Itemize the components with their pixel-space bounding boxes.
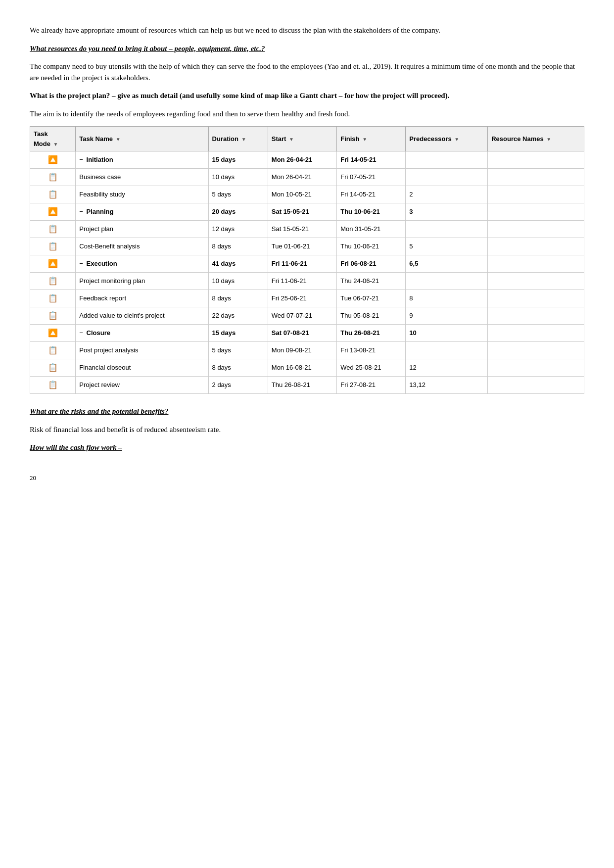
question1-heading: What resources do you need to bring it a… (30, 43, 584, 54)
task-mode-cell: 🔼 (30, 151, 76, 169)
th-start-label: Start (272, 135, 286, 143)
predecessors-cell: 8 (406, 290, 488, 307)
task-name-cell: Financial closeout (76, 359, 208, 377)
manual-mode-icon: 📋 (48, 225, 58, 233)
finish-cell: Thu 05-08-21 (337, 307, 406, 325)
duration-cell: 22 days (208, 307, 268, 325)
resource-names-cell (488, 186, 584, 203)
table-row: 📋Business case10 daysMon 26-04-21Fri 07-… (30, 169, 584, 186)
resource-names-cell (488, 342, 584, 359)
manual-mode-icon: 📋 (48, 190, 58, 198)
task-mode-cell: 📋 (30, 221, 76, 238)
start-cell: Wed 07-07-21 (268, 307, 336, 325)
task-mode-cell: 🔼 (30, 325, 76, 342)
finish-cell: Fri 27-08-21 (337, 377, 406, 394)
resource-names-cell (488, 273, 584, 290)
th-task-name-sort[interactable]: ▼ (116, 137, 121, 142)
table-row: 📋Project monitoring plan10 daysFri 11-06… (30, 273, 584, 290)
resource-names-cell (488, 307, 584, 325)
duration-cell: 12 days (208, 221, 268, 238)
task-mode-cell: 📋 (30, 273, 76, 290)
th-finish[interactable]: Finish ▼ (337, 127, 406, 151)
duration-cell: 8 days (208, 290, 268, 307)
intro-paragraph: We already have appropriate amount of re… (30, 25, 584, 36)
table-row: 📋Added value to cleint's project22 daysW… (30, 307, 584, 325)
resource-names-cell (488, 221, 584, 238)
question2-heading: What is the project plan? – give as much… (30, 90, 584, 101)
table-row: 📋Financial closeout8 daysMon 16-08-21Wed… (30, 359, 584, 377)
resource-names-cell (488, 203, 584, 221)
aim-paragraph: The aim is to identify the needs of empl… (30, 108, 584, 120)
resource-names-cell (488, 359, 584, 377)
predecessors-cell: 5 (406, 238, 488, 255)
table-row: 📋Feasibility study5 daysMon 10-05-21Fri … (30, 186, 584, 203)
th-finish-label: Finish (340, 135, 359, 143)
th-start-sort[interactable]: ▼ (289, 137, 294, 142)
start-cell: Mon 26-04-21 (268, 151, 336, 169)
th-duration[interactable]: Duration ▼ (208, 127, 268, 151)
manual-mode-icon: 📋 (48, 173, 58, 181)
table-row: 🔼− Planning20 daysSat 15-05-21Thu 10-06-… (30, 203, 584, 221)
manual-mode-icon: 📋 (48, 294, 58, 302)
finish-cell: Tue 06-07-21 (337, 290, 406, 307)
start-cell: Sat 07-08-21 (268, 325, 336, 342)
phase-minus: − (79, 260, 85, 267)
th-start[interactable]: Start ▼ (268, 127, 336, 151)
th-duration-sort[interactable]: ▼ (241, 137, 246, 142)
duration-cell: 20 days (208, 203, 268, 221)
phase-minus: − (79, 156, 85, 163)
resource-names-cell (488, 325, 584, 342)
predecessors-cell: 6,5 (406, 255, 488, 273)
predecessors-cell (406, 221, 488, 238)
risks-paragraph: Risk of financial loss and benefit is of… (30, 424, 584, 435)
task-mode-cell: 📋 (30, 238, 76, 255)
manual-mode-icon: 📋 (48, 277, 58, 285)
th-task-name[interactable]: Task Name ▼ (76, 127, 208, 151)
th-resource-names-sort[interactable]: ▼ (546, 137, 551, 142)
predecessors-cell (406, 273, 488, 290)
predecessors-cell: 3 (406, 203, 488, 221)
resource-names-cell (488, 151, 584, 169)
finish-cell: Thu 24-06-21 (337, 273, 406, 290)
th-resource-names[interactable]: Resource Names ▼ (488, 127, 584, 151)
question3-heading: What are the risks and the potential ben… (30, 406, 584, 417)
question4-heading: How will the cash flow work – (30, 442, 584, 453)
th-predecessors[interactable]: Predecessors ▼ (406, 127, 488, 151)
duration-cell: 5 days (208, 186, 268, 203)
auto-mode-icon: 🔼 (48, 329, 58, 337)
th-task-mode[interactable]: TaskMode ▼ (30, 127, 76, 151)
task-name-cell: Business case (76, 169, 208, 186)
th-finish-sort[interactable]: ▼ (362, 137, 367, 142)
start-cell: Fri 11-06-21 (268, 273, 336, 290)
task-name-cell: Post project analysis (76, 342, 208, 359)
task-mode-cell: 📋 (30, 186, 76, 203)
auto-mode-icon: 🔼 (48, 155, 58, 164)
task-mode-cell: 📋 (30, 359, 76, 377)
task-mode-cell: 📋 (30, 169, 76, 186)
th-task-mode-sort[interactable]: ▼ (53, 142, 58, 147)
start-cell: Tue 01-06-21 (268, 238, 336, 255)
task-mode-cell: 🔼 (30, 255, 76, 273)
page-number: 20 (30, 473, 584, 483)
duration-cell: 10 days (208, 169, 268, 186)
table-row: 📋Project review2 daysThu 26-08-21Fri 27-… (30, 377, 584, 394)
th-task-name-label: Task Name (79, 135, 113, 143)
finish-cell: Thu 10-06-21 (337, 238, 406, 255)
task-name-cell: − Execution (76, 255, 208, 273)
duration-cell: 8 days (208, 238, 268, 255)
finish-cell: Fri 06-08-21 (337, 255, 406, 273)
table-row: 🔼− Initiation15 daysMon 26-04-21Fri 14-0… (30, 151, 584, 169)
task-name-cell: Cost-Benefit analysis (76, 238, 208, 255)
phase-name: Execution (87, 260, 117, 267)
task-name-cell: − Initiation (76, 151, 208, 169)
resource-names-cell (488, 255, 584, 273)
th-predecessors-sort[interactable]: ▼ (454, 137, 459, 142)
task-name-cell: Added value to cleint's project (76, 307, 208, 325)
predecessors-cell: 9 (406, 307, 488, 325)
table-row: 📋Post project analysis5 daysMon 09-08-21… (30, 342, 584, 359)
task-name-cell: Feasibility study (76, 186, 208, 203)
finish-cell: Fri 14-05-21 (337, 151, 406, 169)
th-predecessors-label: Predecessors (409, 135, 451, 143)
predecessors-cell: 12 (406, 359, 488, 377)
resource-names-cell (488, 290, 584, 307)
